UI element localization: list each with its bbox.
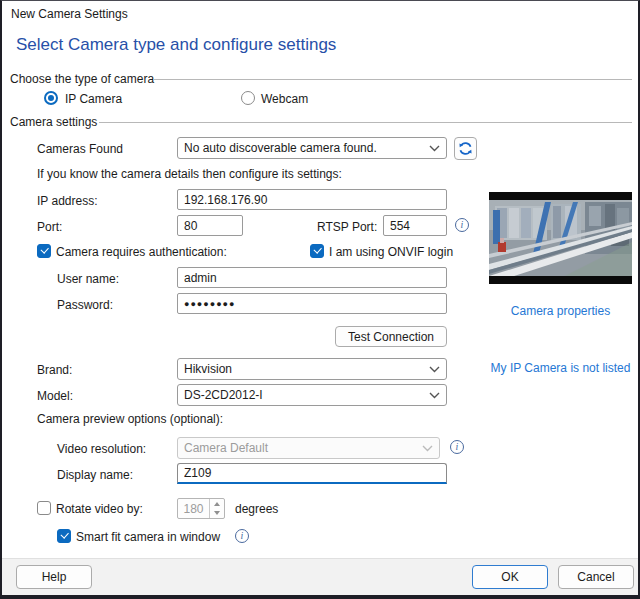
display-name-input[interactable] xyxy=(177,463,447,484)
info-icon[interactable]: i xyxy=(450,440,464,454)
ip-camera-radio-label[interactable]: IP Camera xyxy=(65,92,122,106)
preview-options-label: Camera preview options (optional): xyxy=(37,412,223,426)
stepper-down-icon[interactable] xyxy=(210,509,224,519)
group-divider xyxy=(99,122,632,123)
refresh-icon xyxy=(458,141,473,156)
configure-hint: If you know the camera details then conf… xyxy=(37,167,342,181)
help-button-label: Help xyxy=(42,570,67,584)
info-icon[interactable]: i xyxy=(235,529,249,543)
new-camera-settings-dialog: New Camera Settings Select Camera type a… xyxy=(0,0,640,599)
test-connection-label: Test Connection xyxy=(348,330,434,344)
camera-preview-image xyxy=(489,192,632,284)
model-dropdown[interactable]: DS-2CD2012-I xyxy=(177,384,447,406)
group-label-camera-settings: Camera settings xyxy=(10,115,97,129)
rtsp-port-input[interactable] xyxy=(383,215,447,236)
brand-dropdown[interactable]: Hikvision xyxy=(177,358,447,380)
brand-label: Brand: xyxy=(37,363,72,377)
video-resolution-dropdown: Camera Default xyxy=(177,437,440,459)
smart-fit-checkbox[interactable] xyxy=(57,529,71,543)
test-connection-button[interactable]: Test Connection xyxy=(335,326,447,347)
chevron-down-icon xyxy=(422,445,433,452)
cameras-found-label: Cameras Found xyxy=(37,142,123,156)
titlebar[interactable]: New Camera Settings xyxy=(2,1,638,25)
chevron-down-icon xyxy=(429,392,440,399)
password-label: Password: xyxy=(57,298,113,312)
ip-address-label: IP address: xyxy=(37,194,97,208)
page-title: Select Camera type and configure setting… xyxy=(16,35,336,55)
cameras-found-dropdown[interactable]: No auto discoverable camera found. xyxy=(177,137,447,159)
ok-button[interactable]: OK xyxy=(472,565,548,589)
camera-properties-link[interactable]: Camera properties xyxy=(489,304,632,318)
video-resolution-label: Video resolution: xyxy=(57,442,146,456)
info-icon[interactable]: i xyxy=(455,218,469,232)
rotate-video-checkbox[interactable] xyxy=(37,501,51,515)
ip-camera-radio[interactable] xyxy=(44,91,58,105)
window-title: New Camera Settings xyxy=(11,7,128,21)
ok-button-label: OK xyxy=(501,570,518,584)
port-input[interactable] xyxy=(177,215,243,236)
display-name-label: Display name: xyxy=(57,468,133,482)
onvif-label[interactable]: I am using ONVIF login xyxy=(329,245,453,259)
cancel-button-label: Cancel xyxy=(577,570,614,584)
requires-auth-checkbox[interactable] xyxy=(37,244,51,258)
onvif-checkbox[interactable] xyxy=(310,244,324,258)
chevron-down-icon xyxy=(429,366,440,373)
rotate-degrees-value: 180 xyxy=(178,499,209,518)
degrees-label: degrees xyxy=(235,502,278,516)
camera-not-listed-link[interactable]: My IP Camera is not listed xyxy=(489,361,632,375)
cancel-button[interactable]: Cancel xyxy=(558,565,634,589)
help-button[interactable]: Help xyxy=(16,565,92,589)
password-input[interactable] xyxy=(177,293,447,314)
username-label: User name: xyxy=(57,272,119,286)
video-resolution-value: Camera Default xyxy=(184,441,422,455)
group-divider xyxy=(154,79,632,80)
rtsp-port-label: RTSP Port: xyxy=(317,220,377,234)
rotate-degrees-stepper[interactable]: 180 xyxy=(177,498,225,519)
requires-auth-label[interactable]: Camera requires authentication: xyxy=(56,245,227,259)
model-value: DS-2CD2012-I xyxy=(184,388,429,402)
brand-value: Hikvision xyxy=(184,362,429,376)
webcam-radio[interactable] xyxy=(241,91,255,105)
smart-fit-label[interactable]: Smart fit camera in window xyxy=(76,530,220,544)
username-input[interactable] xyxy=(177,267,447,288)
camera-preview-thumbnail xyxy=(489,192,632,284)
chevron-down-icon xyxy=(429,145,440,152)
rotate-video-label[interactable]: Rotate video by: xyxy=(56,502,143,516)
stepper-up-icon[interactable] xyxy=(210,499,224,509)
cameras-found-value: No auto discoverable camera found. xyxy=(184,141,429,155)
ip-address-input[interactable] xyxy=(177,189,447,210)
group-label-camera-type: Choose the type of camera xyxy=(10,72,154,86)
model-label: Model: xyxy=(37,389,73,403)
port-label: Port: xyxy=(37,220,62,234)
webcam-radio-label[interactable]: Webcam xyxy=(261,92,308,106)
refresh-button[interactable] xyxy=(454,137,477,160)
stepper-arrows[interactable] xyxy=(209,499,224,518)
